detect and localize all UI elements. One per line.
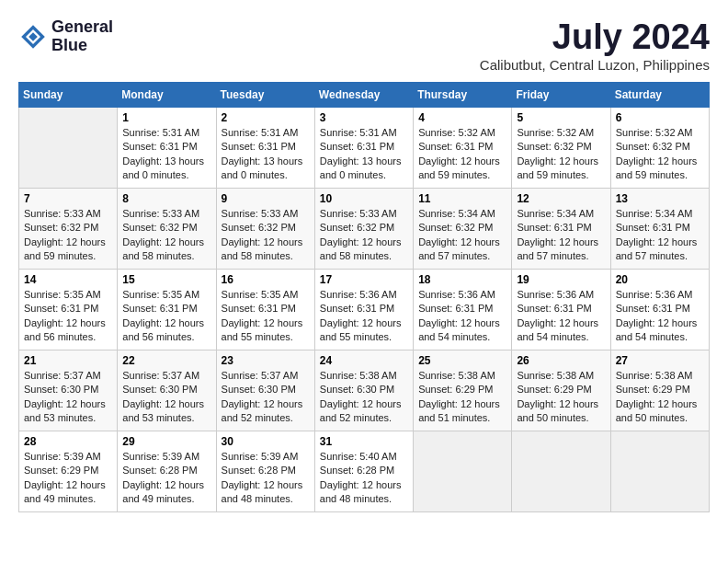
day-number: 22 <box>122 354 210 367</box>
page-header: General Blue July 2024 Calibutbut, Centr… <box>18 18 710 73</box>
logo-text: General Blue <box>51 18 113 55</box>
week-row-1: 1Sunrise: 5:31 AM Sunset: 6:31 PM Daylig… <box>19 107 710 188</box>
day-info: Sunrise: 5:38 AM Sunset: 6:29 PM Dayligh… <box>616 369 704 426</box>
calendar-cell: 1Sunrise: 5:31 AM Sunset: 6:31 PM Daylig… <box>118 107 216 188</box>
day-number: 31 <box>320 435 408 448</box>
page-subtitle: Calibutbut, Central Luzon, Philippines <box>480 57 710 73</box>
day-info: Sunrise: 5:36 AM Sunset: 6:31 PM Dayligh… <box>418 288 506 345</box>
calendar-header-saturday: Saturday <box>610 82 709 107</box>
day-number: 12 <box>517 192 605 205</box>
calendar-cell: 16Sunrise: 5:35 AM Sunset: 6:31 PM Dayli… <box>216 269 314 350</box>
day-number: 13 <box>616 192 704 205</box>
day-number: 18 <box>418 273 506 286</box>
day-info: Sunrise: 5:32 AM Sunset: 6:31 PM Dayligh… <box>418 126 506 183</box>
day-number: 10 <box>320 192 408 205</box>
day-info: Sunrise: 5:33 AM Sunset: 6:32 PM Dayligh… <box>320 207 408 264</box>
calendar-header-sunday: Sunday <box>19 82 118 107</box>
day-info: Sunrise: 5:40 AM Sunset: 6:28 PM Dayligh… <box>320 450 408 507</box>
day-number: 9 <box>222 192 310 205</box>
day-info: Sunrise: 5:39 AM Sunset: 6:28 PM Dayligh… <box>122 450 210 507</box>
day-info: Sunrise: 5:33 AM Sunset: 6:32 PM Dayligh… <box>122 207 210 264</box>
day-number: 3 <box>320 111 408 124</box>
day-number: 8 <box>122 192 210 205</box>
day-number: 23 <box>222 354 310 367</box>
day-info: Sunrise: 5:38 AM Sunset: 6:29 PM Dayligh… <box>517 369 605 426</box>
day-info: Sunrise: 5:34 AM Sunset: 6:31 PM Dayligh… <box>616 207 704 264</box>
calendar-cell: 15Sunrise: 5:35 AM Sunset: 6:31 PM Dayli… <box>118 269 216 350</box>
day-info: Sunrise: 5:31 AM Sunset: 6:31 PM Dayligh… <box>222 126 310 183</box>
day-number: 25 <box>418 354 506 367</box>
day-number: 27 <box>616 354 704 367</box>
day-info: Sunrise: 5:33 AM Sunset: 6:32 PM Dayligh… <box>24 207 112 264</box>
day-info: Sunrise: 5:31 AM Sunset: 6:31 PM Dayligh… <box>122 126 210 183</box>
calendar-cell: 23Sunrise: 5:37 AM Sunset: 6:30 PM Dayli… <box>216 350 314 431</box>
day-info: Sunrise: 5:35 AM Sunset: 6:31 PM Dayligh… <box>24 288 112 345</box>
calendar-header-row: SundayMondayTuesdayWednesdayThursdayFrid… <box>19 82 710 107</box>
calendar-cell: 26Sunrise: 5:38 AM Sunset: 6:29 PM Dayli… <box>512 350 610 431</box>
day-info: Sunrise: 5:39 AM Sunset: 6:29 PM Dayligh… <box>24 450 112 507</box>
day-info: Sunrise: 5:32 AM Sunset: 6:32 PM Dayligh… <box>517 126 605 183</box>
title-block: July 2024 Calibutbut, Central Luzon, Phi… <box>480 18 710 73</box>
day-number: 16 <box>222 273 310 286</box>
day-info: Sunrise: 5:36 AM Sunset: 6:31 PM Dayligh… <box>616 288 704 345</box>
day-info: Sunrise: 5:36 AM Sunset: 6:31 PM Dayligh… <box>517 288 605 345</box>
day-number: 15 <box>122 273 210 286</box>
calendar-cell: 28Sunrise: 5:39 AM Sunset: 6:29 PM Dayli… <box>19 431 118 511</box>
day-number: 24 <box>320 354 408 367</box>
calendar-header-monday: Monday <box>118 82 216 107</box>
calendar-cell: 3Sunrise: 5:31 AM Sunset: 6:31 PM Daylig… <box>314 107 413 188</box>
logo: General Blue <box>18 18 113 55</box>
calendar-table: SundayMondayTuesdayWednesdayThursdayFrid… <box>18 82 710 512</box>
calendar-cell: 13Sunrise: 5:34 AM Sunset: 6:31 PM Dayli… <box>610 188 709 269</box>
calendar-header-wednesday: Wednesday <box>314 82 413 107</box>
day-number: 21 <box>24 354 112 367</box>
calendar-cell: 17Sunrise: 5:36 AM Sunset: 6:31 PM Dayli… <box>314 269 413 350</box>
day-info: Sunrise: 5:36 AM Sunset: 6:31 PM Dayligh… <box>320 288 408 345</box>
day-number: 28 <box>24 435 112 448</box>
day-number: 6 <box>616 111 704 124</box>
calendar-cell: 9Sunrise: 5:33 AM Sunset: 6:32 PM Daylig… <box>216 188 314 269</box>
day-number: 4 <box>418 111 506 124</box>
calendar-cell: 12Sunrise: 5:34 AM Sunset: 6:31 PM Dayli… <box>512 188 610 269</box>
day-number: 2 <box>222 111 310 124</box>
week-row-4: 21Sunrise: 5:37 AM Sunset: 6:30 PM Dayli… <box>19 350 710 431</box>
day-info: Sunrise: 5:37 AM Sunset: 6:30 PM Dayligh… <box>122 369 210 426</box>
calendar-cell <box>414 431 512 511</box>
day-number: 26 <box>517 354 605 367</box>
calendar-cell: 21Sunrise: 5:37 AM Sunset: 6:30 PM Dayli… <box>19 350 118 431</box>
day-info: Sunrise: 5:38 AM Sunset: 6:30 PM Dayligh… <box>320 369 408 426</box>
calendar-cell: 27Sunrise: 5:38 AM Sunset: 6:29 PM Dayli… <box>610 350 709 431</box>
day-info: Sunrise: 5:34 AM Sunset: 6:32 PM Dayligh… <box>418 207 506 264</box>
day-info: Sunrise: 5:33 AM Sunset: 6:32 PM Dayligh… <box>222 207 310 264</box>
day-number: 17 <box>320 273 408 286</box>
calendar-cell: 10Sunrise: 5:33 AM Sunset: 6:32 PM Dayli… <box>314 188 413 269</box>
calendar-cell: 25Sunrise: 5:38 AM Sunset: 6:29 PM Dayli… <box>414 350 512 431</box>
day-number: 1 <box>122 111 210 124</box>
calendar-cell: 31Sunrise: 5:40 AM Sunset: 6:28 PM Dayli… <box>314 431 413 511</box>
calendar-cell: 7Sunrise: 5:33 AM Sunset: 6:32 PM Daylig… <box>19 188 118 269</box>
calendar-header-tuesday: Tuesday <box>216 82 314 107</box>
calendar-header-friday: Friday <box>512 82 610 107</box>
calendar-cell <box>610 431 709 511</box>
day-number: 7 <box>24 192 112 205</box>
week-row-5: 28Sunrise: 5:39 AM Sunset: 6:29 PM Dayli… <box>19 431 710 511</box>
calendar-cell: 6Sunrise: 5:32 AM Sunset: 6:32 PM Daylig… <box>610 107 709 188</box>
calendar-header-thursday: Thursday <box>414 82 512 107</box>
week-row-3: 14Sunrise: 5:35 AM Sunset: 6:31 PM Dayli… <box>19 269 710 350</box>
day-number: 14 <box>24 273 112 286</box>
calendar-cell: 2Sunrise: 5:31 AM Sunset: 6:31 PM Daylig… <box>216 107 314 188</box>
day-number: 5 <box>517 111 605 124</box>
page-title: July 2024 <box>480 18 710 57</box>
calendar-cell: 30Sunrise: 5:39 AM Sunset: 6:28 PM Dayli… <box>216 431 314 511</box>
calendar-cell: 8Sunrise: 5:33 AM Sunset: 6:32 PM Daylig… <box>118 188 216 269</box>
day-info: Sunrise: 5:35 AM Sunset: 6:31 PM Dayligh… <box>122 288 210 345</box>
calendar-cell: 20Sunrise: 5:36 AM Sunset: 6:31 PM Dayli… <box>610 269 709 350</box>
week-row-2: 7Sunrise: 5:33 AM Sunset: 6:32 PM Daylig… <box>19 188 710 269</box>
calendar-cell <box>512 431 610 511</box>
day-number: 19 <box>517 273 605 286</box>
day-number: 20 <box>616 273 704 286</box>
logo-icon <box>18 22 48 52</box>
calendar-cell: 19Sunrise: 5:36 AM Sunset: 6:31 PM Dayli… <box>512 269 610 350</box>
calendar-cell: 11Sunrise: 5:34 AM Sunset: 6:32 PM Dayli… <box>414 188 512 269</box>
calendar-cell: 22Sunrise: 5:37 AM Sunset: 6:30 PM Dayli… <box>118 350 216 431</box>
